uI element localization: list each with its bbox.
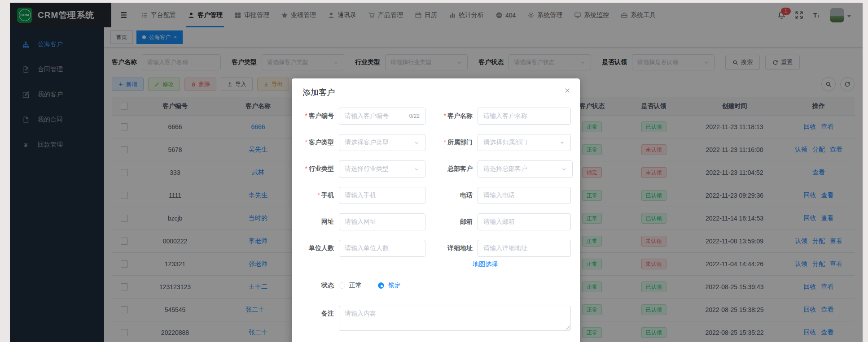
add-customer-dialog: 添加客户 *客户编号请输入客户编号0/22*客户名称请输入客户名称*客户类型请选…	[292, 78, 580, 342]
form-label: 电话	[432, 191, 478, 199]
placeholder-text: 请选择客户类型	[345, 139, 389, 147]
form-field-website: 网址请输入网址	[294, 213, 432, 230]
website-input[interactable]: 请输入网址	[339, 213, 425, 230]
chevron-down-icon	[561, 166, 567, 172]
form-label: 邮箱	[432, 218, 478, 226]
form-row: *手机请输入手机电话请输入电话	[294, 187, 571, 204]
customer-name-input[interactable]: 请输入客户名称	[478, 108, 571, 125]
placeholder-text: 请输入客户编号	[345, 112, 389, 120]
form-label: 单位人数	[294, 244, 339, 252]
form-field-customer-code: *客户编号请输入客户编号0/22	[294, 108, 432, 125]
dialog-body: *客户编号请输入客户编号0/22*客户名称请输入客户名称*客户类型请选择客户类型…	[292, 100, 580, 331]
company-size-input[interactable]: 请输入单位人数	[339, 240, 425, 257]
chevron-down-icon	[414, 166, 420, 172]
email-input[interactable]: 请输入邮箱	[478, 213, 571, 230]
placeholder-text: 请输入客户名称	[483, 112, 527, 120]
customer-code-input[interactable]: 请输入客户编号0/22	[339, 108, 425, 125]
placeholder-text: 请输入手机	[345, 191, 376, 199]
placeholder-text: 请选择归属部门	[483, 139, 527, 147]
required-star: *	[444, 112, 446, 119]
remark-textarea[interactable]: 请输入内容	[339, 306, 571, 331]
radio-label: 锁定	[388, 281, 401, 290]
dialog-title: 添加客户	[302, 87, 335, 98]
dialog-header: 添加客户	[292, 78, 580, 100]
form-field-hq-customer: 总部客户请选择总部客户	[432, 160, 571, 177]
form-field-mobile: *手机请输入手机	[294, 187, 432, 204]
chevron-down-icon	[414, 140, 420, 146]
char-counter: 0/22	[409, 113, 420, 119]
status-radio-option[interactable]: 正常	[339, 281, 362, 290]
phone-input[interactable]: 请输入电话	[478, 187, 571, 204]
remark-label: 备注	[294, 310, 339, 318]
radio-icon	[378, 282, 384, 289]
required-star: *	[318, 191, 320, 199]
form-label: *行业类型	[294, 165, 339, 173]
form-field-phone: 电话请输入电话	[432, 187, 571, 204]
form-label: 网址	[294, 218, 339, 226]
department-select[interactable]: 请选择归属部门	[478, 134, 571, 151]
required-star: *	[305, 139, 307, 146]
form-field-customer-name: *客户名称请输入客户名称	[432, 108, 571, 125]
form-field-department: *所属部门请选择归属部门	[432, 134, 571, 151]
form-label: 总部客户	[432, 165, 478, 173]
required-star: *	[305, 112, 307, 119]
form-field-address: 详细地址请输入详细地址	[432, 240, 571, 257]
placeholder-text: 请输入网址	[345, 218, 376, 226]
placeholder-text: 请输入电话	[483, 191, 515, 199]
form-label: *客户名称	[432, 112, 478, 120]
placeholder-text: 请选择行业类型	[345, 165, 389, 173]
status-radio-row: 状态 正常锁定	[294, 281, 571, 290]
form-label: *所属部门	[432, 139, 478, 147]
caret-down-icon	[559, 140, 565, 146]
placeholder-text: 请选择总部客户	[483, 165, 527, 173]
app-window: CRM CRM管理系统 平台配置客户管理审批管理业绩管理通讯录产品管理日历统计分…	[10, 3, 863, 342]
form-label: *手机	[294, 191, 339, 199]
hq-customer-select[interactable]: 请选择总部客户	[478, 160, 573, 177]
resize-handle[interactable]	[565, 325, 570, 329]
radio-icon	[339, 282, 345, 289]
status-options: 正常锁定	[339, 281, 417, 290]
form-field-industry-type: *行业类型请选择行业类型	[294, 160, 432, 177]
industry-type-select[interactable]: 请选择行业类型	[339, 160, 425, 177]
radio-label: 正常	[349, 281, 362, 290]
status-label: 状态	[294, 281, 339, 290]
remark-placeholder: 请输入内容	[345, 310, 376, 317]
form-row: *行业类型请选择行业类型总部客户请选择总部客户	[294, 160, 571, 177]
add-customer-form: *客户编号请输入客户编号0/22*客户名称请输入客户名称*客户类型请选择客户类型…	[294, 108, 571, 257]
address-input[interactable]: 请输入详细地址	[478, 240, 571, 257]
form-field-email: 邮箱请输入邮箱	[432, 213, 571, 230]
required-star: *	[305, 165, 307, 172]
status-radio-selected[interactable]: 锁定	[378, 281, 401, 290]
form-row: *客户类型请选择客户类型*所属部门请选择归属部门	[294, 134, 571, 151]
mobile-input[interactable]: 请输入手机	[339, 187, 425, 204]
form-field-company-size: 单位人数请输入单位人数	[294, 240, 432, 257]
form-label: *客户编号	[294, 112, 339, 120]
close-icon[interactable]	[564, 87, 571, 94]
map-select-row: 地图选择	[294, 260, 571, 268]
form-row: 单位人数请输入单位人数详细地址请输入详细地址	[294, 240, 571, 257]
required-star: *	[444, 139, 446, 146]
form-field-customer-type: *客户类型请选择客户类型	[294, 134, 432, 151]
placeholder-text: 请输入单位人数	[345, 244, 389, 252]
form-row: *客户编号请输入客户编号0/22*客户名称请输入客户名称	[294, 108, 571, 125]
form-row: 网址请输入网址邮箱请输入邮箱	[294, 213, 571, 230]
remark-row: 备注 请输入内容	[294, 306, 571, 331]
placeholder-text: 请输入邮箱	[483, 218, 515, 226]
map-select-link[interactable]: 地图选择	[473, 260, 498, 268]
form-label: *客户类型	[294, 139, 339, 147]
placeholder-text: 请输入详细地址	[483, 244, 527, 252]
customer-type-select[interactable]: 请选择客户类型	[339, 134, 425, 151]
form-label: 详细地址	[432, 244, 478, 252]
